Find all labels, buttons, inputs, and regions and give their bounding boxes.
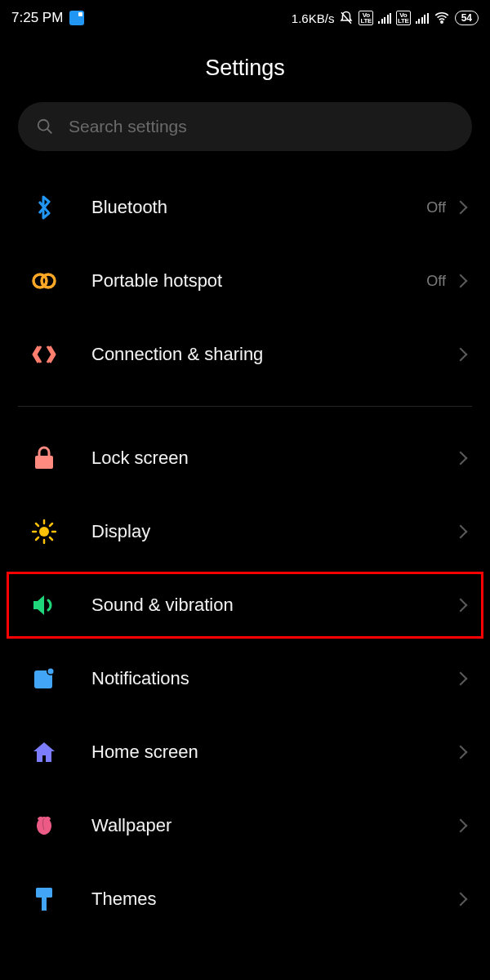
- status-net-speed: 1.6KB/s: [292, 11, 335, 25]
- row-notifications[interactable]: Notifications: [0, 642, 490, 715]
- row-label: Themes: [91, 889, 456, 910]
- row-label: Home screen: [91, 742, 456, 763]
- row-label: Sound & vibration: [91, 595, 456, 616]
- row-value: Off: [426, 199, 446, 216]
- row-sound[interactable]: Sound & vibration: [0, 568, 490, 642]
- svg-line-1: [47, 129, 52, 134]
- notifications-icon: [31, 666, 57, 692]
- chevron-right-icon: [454, 348, 468, 362]
- svg-point-16: [48, 669, 54, 675]
- search-icon: [36, 118, 54, 136]
- row-themes[interactable]: Themes: [0, 862, 490, 936]
- files-icon: [69, 11, 84, 25]
- row-label: Bluetooth: [91, 197, 426, 218]
- status-time: 7:25 PM: [11, 10, 63, 26]
- battery-indicator: 54: [455, 11, 479, 25]
- row-value: Off: [426, 273, 446, 290]
- lock-icon: [31, 445, 57, 471]
- search-bar[interactable]: [18, 102, 472, 151]
- svg-line-11: [50, 537, 52, 540]
- svg-rect-4: [35, 456, 53, 469]
- page-title: Settings: [0, 36, 490, 102]
- chevron-right-icon: [454, 746, 468, 760]
- chevron-right-icon: [454, 893, 468, 906]
- dnd-icon: [339, 11, 354, 25]
- search-input[interactable]: [69, 117, 454, 136]
- row-label: Connection & sharing: [91, 344, 456, 365]
- chevron-right-icon: [454, 452, 468, 466]
- row-label: Wallpaper: [91, 815, 456, 836]
- row-lock[interactable]: Lock screen: [0, 421, 490, 495]
- chevron-right-icon: [454, 672, 468, 686]
- svg-line-13: [50, 523, 52, 526]
- row-bluetooth[interactable]: Bluetooth Off: [0, 171, 490, 244]
- sun-icon: [31, 519, 57, 545]
- row-label: Portable hotspot: [91, 270, 426, 292]
- wifi-icon: [434, 12, 450, 24]
- row-label: Display: [91, 521, 456, 542]
- row-hotspot[interactable]: Portable hotspot Off: [0, 244, 490, 318]
- brush-icon: [31, 886, 57, 912]
- chevron-right-icon: [454, 599, 468, 612]
- volte-icon-2: VoLTE: [396, 11, 411, 25]
- signal-icon-2: [416, 13, 429, 24]
- row-display[interactable]: Display: [0, 495, 490, 568]
- svg-rect-20: [42, 898, 47, 911]
- svg-line-10: [36, 523, 38, 526]
- row-label: Lock screen: [91, 448, 456, 469]
- bluetooth-icon: [31, 194, 57, 220]
- svg-point-3: [42, 274, 55, 287]
- svg-line-12: [36, 537, 38, 540]
- connection-icon: [31, 341, 57, 368]
- home-icon: [31, 739, 57, 765]
- svg-point-0: [38, 120, 49, 131]
- divider: [18, 406, 472, 407]
- row-home[interactable]: Home screen: [0, 715, 490, 789]
- chevron-right-icon: [454, 274, 468, 288]
- chevron-right-icon: [454, 201, 468, 215]
- svg-point-5: [39, 527, 49, 537]
- settings-list: Bluetooth Off Portable hotspot Off Conne…: [0, 171, 490, 936]
- svg-rect-19: [36, 888, 52, 898]
- chevron-right-icon: [454, 525, 468, 539]
- row-connection[interactable]: Connection & sharing: [0, 318, 490, 391]
- row-label: Notifications: [91, 668, 456, 689]
- row-wallpaper[interactable]: Wallpaper: [0, 789, 490, 862]
- volte-icon-1: VoLTE: [359, 11, 373, 25]
- speaker-icon: [31, 592, 57, 618]
- signal-icon-1: [378, 13, 391, 24]
- hotspot-icon: [31, 268, 57, 294]
- chevron-right-icon: [454, 819, 468, 833]
- status-bar: 7:25 PM 1.6KB/s VoLTE VoLTE 54: [0, 0, 490, 36]
- flower-icon: [31, 813, 57, 839]
